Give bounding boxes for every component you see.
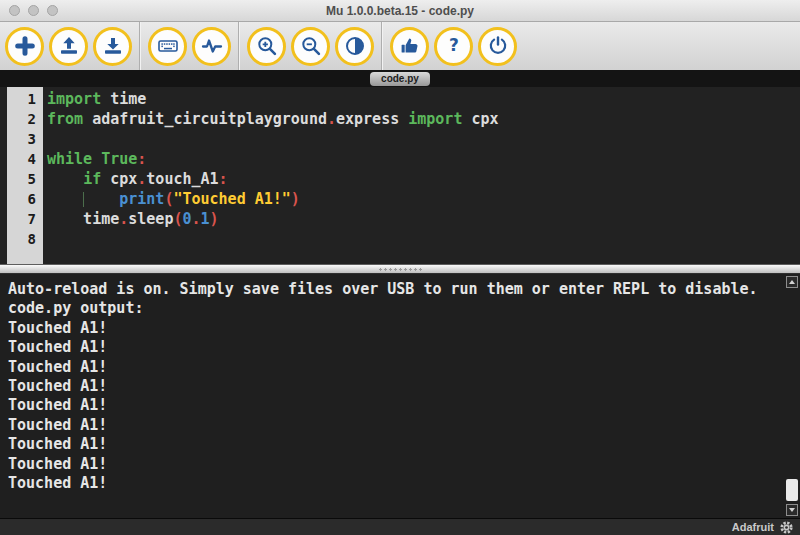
code-line: if cpx.touch_A1: <box>47 169 800 189</box>
minimize-button[interactable] <box>28 5 39 16</box>
code-token: . <box>137 170 146 188</box>
plus-button[interactable] <box>5 27 44 66</box>
code-text-area[interactable]: import timefrom adafruit_circuitplaygrou… <box>43 87 800 264</box>
code-token: time <box>47 210 119 228</box>
code-line: print("Touched A1!") <box>47 189 800 209</box>
output-line: Touched A1! <box>8 338 780 357</box>
code-token: while <box>47 150 92 168</box>
chevron-up-icon <box>789 280 795 284</box>
code-token: 0 <box>182 210 191 228</box>
code-token: import <box>408 110 462 128</box>
code-editor[interactable]: 12345678 import timefrom adafruit_circui… <box>0 87 800 264</box>
code-token: True <box>101 150 137 168</box>
code-token <box>47 170 83 188</box>
plus-icon <box>13 34 37 58</box>
output-line: code.py output: <box>8 299 780 318</box>
code-token: . <box>327 110 336 128</box>
scroll-down-button[interactable] <box>786 504 798 516</box>
code-token: : <box>219 170 228 188</box>
line-number: 2 <box>7 109 36 129</box>
code-token: . <box>119 210 128 228</box>
line-number-gutter: 12345678 <box>7 87 43 264</box>
output-line: Touched A1! <box>8 474 780 493</box>
titlebar: Mu 1.0.0.beta.15 - code.py <box>0 0 800 22</box>
code-line <box>47 229 800 249</box>
code-token: ) <box>291 190 300 208</box>
code-token: from <box>47 110 83 128</box>
svg-text:?: ? <box>449 35 459 55</box>
code-token: 1 <box>201 210 210 228</box>
code-token: . <box>192 210 201 228</box>
question-button[interactable]: ? <box>434 27 473 66</box>
code-token: ) <box>210 210 219 228</box>
window-title: Mu 1.0.0.beta.15 - code.py <box>326 4 474 18</box>
output-line: Touched A1! <box>8 455 780 474</box>
toolbar-separator <box>381 22 383 70</box>
download-icon <box>101 34 125 58</box>
code-line: import time <box>47 89 800 109</box>
line-number: 4 <box>7 149 36 169</box>
code-token <box>47 190 83 208</box>
code-token: cpx <box>101 170 137 188</box>
zoom-in-button[interactable] <box>247 27 286 66</box>
code-token: print <box>119 190 164 208</box>
serial-output-pane[interactable]: Auto-reload is on. Simply save files ove… <box>0 274 800 518</box>
output-line: Touched A1! <box>8 435 780 454</box>
output-line: Touched A1! <box>8 319 780 338</box>
line-number: 7 <box>7 209 36 229</box>
code-token <box>83 190 119 208</box>
code-token: if <box>83 170 101 188</box>
pane-splitter[interactable] <box>0 264 800 274</box>
line-number: 1 <box>7 89 36 109</box>
window-controls <box>9 0 58 21</box>
zoom-out-button[interactable] <box>291 27 330 66</box>
mu-editor-window: Mu 1.0.0.beta.15 - code.py ? code.py 123… <box>0 0 800 535</box>
power-button[interactable] <box>478 27 517 66</box>
splitter-grip-icon <box>378 268 422 271</box>
question-icon: ? <box>442 34 466 58</box>
waveform-button[interactable] <box>192 27 231 66</box>
line-number: 5 <box>7 169 36 189</box>
close-button[interactable] <box>9 5 20 16</box>
code-line: while True: <box>47 149 800 169</box>
code-token: cpx <box>462 110 498 128</box>
output-line: Touched A1! <box>8 377 780 396</box>
contrast-button[interactable] <box>335 27 374 66</box>
keyboard-icon <box>156 34 180 58</box>
toolbar: ? <box>0 22 800 70</box>
line-number: 3 <box>7 129 36 149</box>
waveform-icon <box>200 34 224 58</box>
status-bar: Adafruit <box>0 518 800 535</box>
power-icon <box>486 34 510 58</box>
code-token: time <box>101 90 146 108</box>
thumbs-up-button[interactable] <box>390 27 429 66</box>
code-token: touch_A1 <box>146 170 218 188</box>
tab-code-py[interactable]: code.py <box>370 72 430 86</box>
code-line <box>47 129 800 149</box>
scroll-up-button[interactable] <box>786 276 798 288</box>
zoom-in-icon <box>255 34 279 58</box>
maximize-button[interactable] <box>47 5 58 16</box>
contrast-icon <box>343 34 367 58</box>
code-token: import <box>47 90 101 108</box>
code-token: "Touched A1!" <box>173 190 290 208</box>
line-number: 8 <box>7 229 36 249</box>
upload-button[interactable] <box>49 27 88 66</box>
keyboard-button[interactable] <box>148 27 187 66</box>
mode-label: Adafruit <box>732 521 774 533</box>
download-button[interactable] <box>93 27 132 66</box>
code-token: adafruit_circuitplayground <box>83 110 327 128</box>
thumbs-up-icon <box>398 34 422 58</box>
serial-output-text: Auto-reload is on. Simply save files ove… <box>8 280 780 493</box>
code-token: express <box>336 110 408 128</box>
tab-bar: code.py <box>0 70 800 87</box>
output-line: Touched A1! <box>8 396 780 415</box>
code-token <box>92 150 101 168</box>
line-number: 6 <box>7 189 36 209</box>
code-line: time.sleep(0.1) <box>47 209 800 229</box>
gear-icon[interactable] <box>779 520 794 535</box>
scrollbar-thumb[interactable] <box>786 479 798 501</box>
output-line: Auto-reload is on. Simply save files ove… <box>8 280 780 299</box>
output-line: Touched A1! <box>8 416 780 435</box>
output-scrollbar[interactable] <box>785 276 798 516</box>
